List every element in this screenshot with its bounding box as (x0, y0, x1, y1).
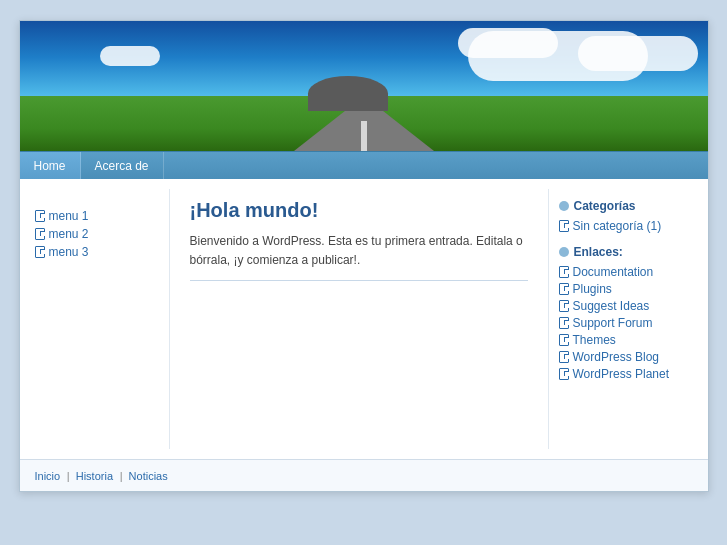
hill (308, 76, 388, 111)
cloud-2 (578, 36, 698, 71)
categories-widget-title: Categorías (559, 199, 698, 213)
link-doc-icon-0 (559, 266, 569, 278)
nav-item-home[interactable]: Home (20, 152, 81, 179)
nav-bar: Home Acerca de (20, 151, 708, 179)
link-doc-icon-2 (559, 300, 569, 312)
link-doc-icon-1 (559, 283, 569, 295)
post-divider (190, 280, 528, 281)
sidebar-menu-link-1[interactable]: menu 1 (35, 209, 159, 223)
link-doc-icon-4 (559, 334, 569, 346)
right-sidebar: Categorías Sin categoría (1) Enlaces: (548, 189, 708, 449)
link-doc-icon-5 (559, 351, 569, 363)
categories-list: Sin categoría (1) (559, 219, 698, 233)
link-4[interactable]: Themes (559, 333, 698, 347)
category-item-1[interactable]: Sin categoría (1) (559, 219, 698, 233)
cat-doc-icon-1 (559, 220, 569, 232)
categories-bullet (559, 201, 569, 211)
cloud-4 (100, 46, 160, 66)
post-body: Bienvenido a WordPress. Esta es tu prime… (190, 232, 528, 270)
sidebar-menu-item-1[interactable]: menu 1 (35, 209, 159, 223)
link-item-0[interactable]: Documentation (559, 265, 698, 279)
main-content: ¡Hola mundo! Bienvenido a WordPress. Est… (170, 189, 548, 449)
footer-link-noticias[interactable]: Noticias (129, 470, 168, 482)
link-3[interactable]: Support Forum (559, 316, 698, 330)
link-item-3[interactable]: Support Forum (559, 316, 698, 330)
footer-separator-2: | (120, 470, 126, 482)
sidebar-menu-link-2[interactable]: menu 2 (35, 227, 159, 241)
link-item-5[interactable]: WordPress Blog (559, 350, 698, 364)
header-banner (20, 21, 708, 151)
road-center (361, 121, 367, 151)
link-item-1[interactable]: Plugins (559, 282, 698, 296)
sidebar-menu: menu 1 menu 2 menu 3 (35, 209, 159, 259)
link-5[interactable]: WordPress Blog (559, 350, 698, 364)
nav-item-about[interactable]: Acerca de (81, 152, 164, 179)
doc-icon-2 (35, 228, 45, 240)
link-item-4[interactable]: Themes (559, 333, 698, 347)
links-list: Documentation Plugins Suggest Ideas (559, 265, 698, 381)
footer-link-inicio[interactable]: Inicio (35, 470, 61, 482)
links-widget-title: Enlaces: (559, 245, 698, 259)
sidebar-menu-item-3[interactable]: menu 3 (35, 245, 159, 259)
link-1[interactable]: Plugins (559, 282, 698, 296)
links-bullet (559, 247, 569, 257)
sidebar-menu-link-3[interactable]: menu 3 (35, 245, 159, 259)
link-item-2[interactable]: Suggest Ideas (559, 299, 698, 313)
link-doc-icon-3 (559, 317, 569, 329)
footer-separator-1: | (67, 470, 73, 482)
left-sidebar: menu 1 menu 2 menu 3 (20, 189, 170, 449)
post-title: ¡Hola mundo! (190, 199, 528, 222)
page-wrapper: Home Acerca de menu 1 menu 2 (19, 20, 709, 492)
doc-icon-1 (35, 210, 45, 222)
footer-links: Inicio | Historia | Noticias (35, 468, 693, 483)
category-link-1[interactable]: Sin categoría (1) (559, 219, 698, 233)
content-area: menu 1 menu 2 menu 3 (20, 179, 708, 459)
link-doc-icon-6 (559, 368, 569, 380)
footer: Inicio | Historia | Noticias (20, 459, 708, 491)
link-item-6[interactable]: WordPress Planet (559, 367, 698, 381)
sidebar-menu-item-2[interactable]: menu 2 (35, 227, 159, 241)
cloud-3 (458, 28, 558, 58)
doc-icon-3 (35, 246, 45, 258)
footer-link-historia[interactable]: Historia (76, 470, 113, 482)
link-2[interactable]: Suggest Ideas (559, 299, 698, 313)
link-6[interactable]: WordPress Planet (559, 367, 698, 381)
link-0[interactable]: Documentation (559, 265, 698, 279)
